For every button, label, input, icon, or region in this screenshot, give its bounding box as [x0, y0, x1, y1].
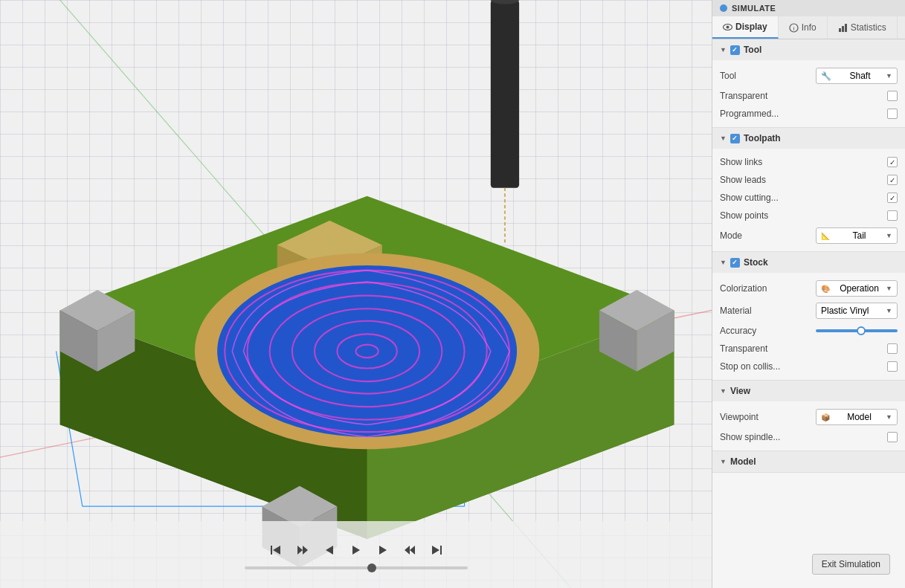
prop-transparent: Transparent — [720, 87, 898, 105]
stock-title: Stock — [744, 257, 768, 268]
simulate-dot — [720, 4, 727, 12]
tab-display[interactable]: Display — [712, 16, 779, 39]
btn-next[interactable] — [373, 540, 393, 560]
prop-stock-transparent: Transparent — [720, 340, 898, 358]
mode-value: Tail — [853, 230, 866, 241]
mode-dropdown[interactable]: 📐 Tail ▼ — [816, 227, 898, 244]
svg-rect-49 — [842, 26, 844, 32]
prop-accuracy: Accuracy — [720, 322, 898, 340]
scene-svg — [0, 0, 712, 588]
prop-programmed: Programmed... — [720, 105, 898, 123]
stock-check[interactable]: ✓ — [730, 258, 740, 268]
prop-tool-type: Tool 🔧 Shaft ▼ — [720, 65, 898, 87]
exit-simulation-button[interactable]: Exit Simulation — [812, 554, 890, 575]
stop-on-collis-checkbox[interactable] — [887, 361, 898, 372]
show-spindle-checkbox[interactable] — [887, 432, 898, 442]
section-view-header[interactable]: ▼ View — [712, 381, 905, 401]
accuracy-slider[interactable] — [816, 329, 898, 332]
svg-rect-50 — [845, 24, 847, 32]
show-cutting-checkbox[interactable] — [887, 193, 898, 203]
btn-prev-fast[interactable] — [292, 540, 313, 560]
svg-marker-39 — [379, 546, 387, 555]
svg-marker-43 — [432, 546, 439, 555]
progress-track[interactable] — [245, 566, 468, 569]
material-value: Plastic Vinyl — [821, 306, 869, 316]
tool-label: Tool — [720, 71, 816, 81]
svg-rect-48 — [839, 28, 841, 32]
svg-marker-38 — [352, 546, 360, 555]
prop-material: Material Plastic Vinyl ▼ — [720, 300, 898, 322]
stop-on-collis-label: Stop on collis... — [720, 361, 887, 372]
section-toolpath-header[interactable]: ▼ ✓ Toolpath — [712, 128, 905, 149]
mode-icon: 📐 — [821, 232, 830, 240]
prop-stop-on-collis: Stop on collis... — [720, 358, 898, 375]
tab-statistics[interactable]: Statistics — [828, 16, 898, 39]
section-stock-body: Colorization 🎨 Operation ▼ Material Plas… — [712, 273, 905, 380]
show-links-checkbox[interactable] — [887, 157, 898, 167]
show-points-checkbox[interactable] — [887, 210, 898, 221]
viewpoint-dropdown[interactable]: 📦 Model ▼ — [816, 409, 898, 425]
model-title: Model — [730, 456, 756, 467]
show-points-label: Show points — [720, 210, 887, 221]
programmed-label: Programmed... — [720, 109, 887, 119]
prop-show-links: Show links — [720, 153, 898, 171]
section-model-header[interactable]: ▼ Model — [712, 451, 905, 472]
show-leads-checkbox[interactable] — [887, 175, 898, 185]
prop-mode: Mode 📐 Tail ▼ — [720, 224, 898, 247]
svg-point-45 — [727, 25, 730, 28]
show-links-label: Show links — [720, 157, 887, 167]
tool-value: Shaft — [850, 71, 871, 81]
colorization-dropdown[interactable]: 🎨 Operation ▼ — [816, 280, 898, 297]
btn-end[interactable] — [426, 540, 447, 560]
prop-show-spindle: Show spindle... — [720, 428, 898, 446]
viewpoint-arrow: ▼ — [886, 413, 892, 421]
section-stock-header[interactable]: ▼ ✓ Stock — [712, 252, 905, 273]
colorization-arrow: ▼ — [886, 285, 892, 292]
svg-marker-36 — [303, 546, 308, 555]
btn-next-fast[interactable] — [399, 540, 420, 560]
section-tool: ▼ ✓ Tool Tool 🔧 Shaft ▼ Transparent Prog… — [712, 39, 905, 128]
mode-label: Mode — [720, 230, 816, 241]
section-tool-header[interactable]: ▼ ✓ Tool — [712, 39, 905, 60]
progress-thumb[interactable] — [367, 563, 376, 572]
viewpoint-value: Model — [847, 412, 872, 422]
accuracy-thumb[interactable] — [857, 326, 866, 335]
prop-show-cutting: Show cutting... — [720, 189, 898, 207]
section-model: ▼ Model — [712, 451, 905, 473]
btn-start[interactable] — [265, 540, 286, 560]
tool-title: Tool — [744, 45, 761, 55]
section-view-body: Viewpoint 📦 Model ▼ Show spindle... — [712, 401, 905, 450]
tool-arrow: ▼ — [720, 46, 727, 54]
viewpoint-icon: 📦 — [821, 413, 830, 421]
tab-info[interactable]: i Info — [779, 16, 828, 39]
btn-prev[interactable] — [319, 540, 340, 560]
tool-icon-shaft: 🔧 — [821, 71, 831, 81]
panel-header: SIMULATE — [712, 0, 905, 16]
playback-controls — [0, 521, 712, 588]
colorization-icon: 🎨 — [821, 285, 830, 293]
section-stock: ▼ ✓ Stock Colorization 🎨 Operation ▼ Mat… — [712, 252, 905, 381]
material-arrow: ▼ — [886, 307, 892, 314]
tool-dropdown[interactable]: 🔧 Shaft ▼ — [816, 68, 898, 84]
stock-transparent-checkbox[interactable] — [887, 343, 898, 354]
chart-icon — [838, 23, 848, 33]
mode-arrow: ▼ — [886, 232, 892, 239]
svg-marker-35 — [297, 546, 303, 555]
transparent-checkbox[interactable] — [887, 91, 898, 101]
model-arrow: ▼ — [720, 458, 727, 465]
show-leads-label: Show leads — [720, 175, 887, 185]
toolpath-check[interactable]: ✓ — [730, 134, 740, 143]
toolpath-title: Toolpath — [744, 133, 781, 143]
btn-play[interactable] — [346, 540, 367, 560]
section-toolpath-body: Show links Show leads Show cutting... Sh… — [712, 149, 905, 251]
tab-bar: Display i Info Statistics — [712, 16, 905, 39]
svg-point-25 — [217, 265, 517, 437]
accuracy-label: Accuracy — [720, 326, 816, 336]
svg-marker-37 — [326, 546, 333, 555]
programmed-checkbox[interactable] — [887, 109, 898, 119]
3d-viewport[interactable] — [0, 0, 712, 588]
show-cutting-label: Show cutting... — [720, 193, 887, 203]
tool-check[interactable]: ✓ — [730, 45, 740, 55]
prop-show-leads: Show leads — [720, 171, 898, 189]
material-dropdown[interactable]: Plastic Vinyl ▼ — [816, 303, 898, 319]
